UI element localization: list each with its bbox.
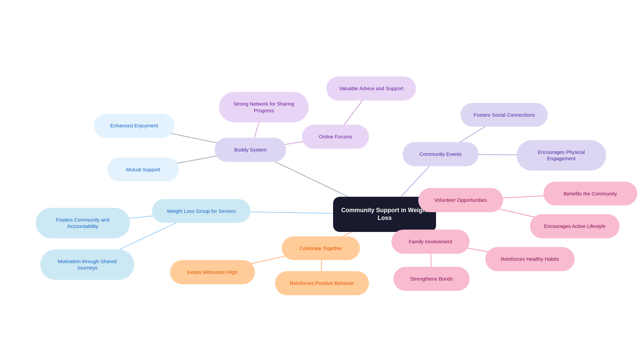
volunteer-opportunities-node: Volunteer Opportunities — [418, 188, 503, 212]
weight-loss-group-node: Weight Loss Group for Seniors — [152, 199, 250, 223]
valuable-advice-node: Valuable Advice and Support — [326, 76, 416, 101]
family-involvement-node: Family Involvement — [391, 230, 470, 254]
strengthens-bonds-node: Strengthens Bonds — [393, 267, 470, 291]
enhanced-enjoyment-node: Enhanced Enjoyment — [94, 114, 174, 138]
encourages-physical-node: Encourages Physical Engagement — [517, 140, 606, 171]
reinforces-positive-node: Reinforces Positive Behavior — [275, 271, 369, 295]
motivation-shared-node: Motivation through Shared Journeys — [40, 249, 134, 280]
fosters-community-node: Fosters Community and Accountability — [36, 208, 130, 238]
encourages-active-node: Encourages Active Lifestyle — [530, 214, 620, 238]
celebrate-together-node: Celebrate Together — [282, 236, 360, 260]
benefits-community-node: Benefits the Community — [543, 182, 637, 206]
online-forums-node: Online Forums — [302, 125, 369, 149]
fosters-social-node: Fosters Social Connections — [461, 103, 548, 127]
connections-svg — [0, 0, 644, 363]
community-events-node: Community Events — [402, 142, 479, 166]
reinforces-healthy-node: Reinforces Healthy Habits — [485, 247, 575, 271]
keeps-motivation-node: Keeps Motivation High — [170, 260, 255, 284]
mind-map: Community Support in Weight LossBuddy Sy… — [0, 0, 644, 363]
mutual-support-node: Mutual Support — [107, 158, 179, 182]
buddy-system-node: Buddy System — [215, 138, 286, 162]
strong-network-node: Strong Network for Sharing Progress — [219, 92, 309, 122]
